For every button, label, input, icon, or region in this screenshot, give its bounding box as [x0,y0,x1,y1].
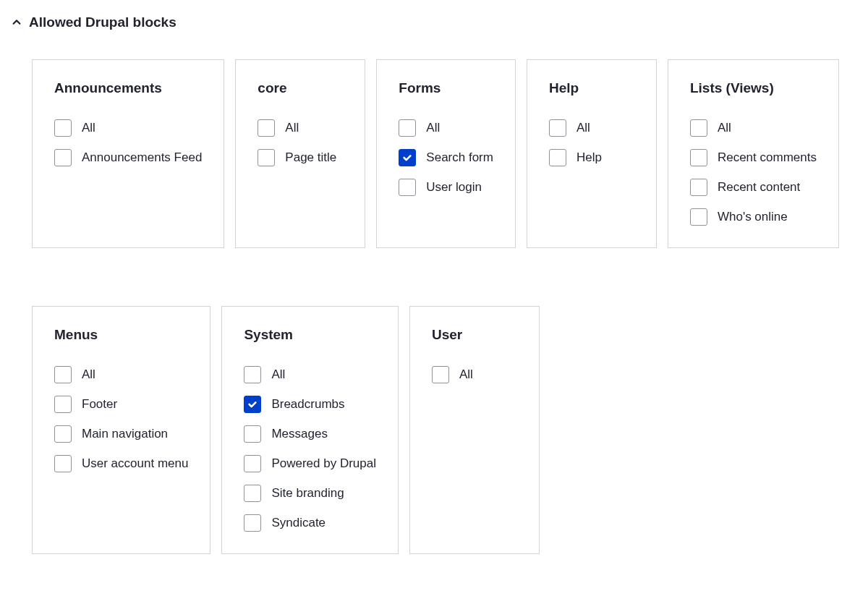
card-title: core [258,80,343,96]
checkbox [54,149,72,166]
checkbox-label: Footer [82,397,117,412]
section-title: Allowed Drupal blocks [29,14,176,30]
checkbox [399,149,416,166]
card-announcements: Announcements All Announcements Feed [32,59,224,248]
checkbox-label: Search form [426,150,493,165]
checkbox-item[interactable]: User account menu [54,455,188,472]
row-break [32,259,856,295]
checkbox-label: Recent comments [718,150,817,165]
checkbox [549,149,566,166]
checkbox-label: Recent content [718,180,800,195]
checkbox-list: All Search form User login [399,119,493,196]
card-forms: Forms All Search form User login [376,59,516,248]
checkbox-item[interactable]: Help [549,149,634,166]
checkbox-item[interactable]: Announcements Feed [54,149,202,166]
checkbox-label: Messages [271,427,327,441]
checkbox-item[interactable]: Syndicate [244,514,376,532]
checkbox-item[interactable]: All [54,366,188,383]
checkbox [244,514,261,532]
checkbox-label: Main navigation [82,427,168,441]
checkbox-label: All [82,367,95,382]
checkbox-label: All [271,367,285,382]
checkbox-label: Powered by Drupal [271,456,376,471]
checkbox-item[interactable]: Breadcrumbs [244,396,376,413]
checkbox-item[interactable]: User login [399,179,493,196]
checkbox [54,366,72,383]
checkbox-label: Who's online [718,210,788,224]
checkbox [549,119,566,137]
card-title: Forms [399,80,493,96]
checkbox [399,119,416,137]
card-help: Help All Help [527,59,657,248]
checkbox-item[interactable]: Site branding [244,485,376,502]
checkbox-item[interactable]: All [244,366,376,383]
checkbox-item[interactable]: Main navigation [54,425,188,443]
card-title: System [244,327,376,343]
checkbox-label: Announcements Feed [82,150,202,165]
checkbox [690,119,707,137]
checkbox-list: All Announcements Feed [54,119,202,166]
checkbox [244,396,261,413]
checkbox [244,425,261,443]
checkbox-label: All [718,121,731,135]
checkbox-label: Page title [285,150,336,165]
section-header[interactable]: Allowed Drupal blocks [12,14,856,30]
checkbox [54,119,72,137]
checkbox-label: Help [576,150,602,165]
checkbox-list: All Footer Main navigation User account … [54,366,188,472]
checkbox-label: All [576,121,590,135]
checkbox-list: All Breadcrumbs Messages Powered by Drup… [244,366,376,532]
checkbox-item[interactable]: Who's online [690,208,817,226]
cards-container: Announcements All Announcements Feed cor… [12,59,856,554]
checkbox-label: Site branding [271,486,344,501]
checkbox-list: All Recent comments Recent content Who's… [690,119,817,226]
card-menus: Menus All Footer Main navigation [32,306,210,554]
card-title: Help [549,80,634,96]
checkbox-item[interactable]: All [690,119,817,137]
checkbox-item[interactable]: All [549,119,634,137]
checkbox [690,149,707,166]
chevron-up-icon [12,17,22,27]
checkbox-item[interactable]: All [399,119,493,137]
checkbox-label: User account menu [82,456,188,471]
checkbox [244,455,261,472]
checkbox [690,208,707,226]
checkbox-item[interactable]: All [258,119,343,137]
checkbox [258,119,275,137]
checkbox [258,149,275,166]
checkbox-label: Breadcrumbs [271,397,344,412]
checkbox-label: Syndicate [271,516,326,530]
checkbox-item[interactable]: All [432,366,517,383]
checkbox-label: User login [426,180,482,195]
card-core: core All Page title [235,59,365,248]
checkbox [244,485,261,502]
card-lists-views: Lists (Views) All Recent comments Recent… [668,59,839,248]
checkbox [54,396,72,413]
checkbox-list: All Page title [258,119,343,166]
checkbox-item[interactable]: Recent content [690,179,817,196]
checkbox-label: All [426,121,440,135]
checkbox [244,366,261,383]
checkbox-item[interactable]: Search form [399,149,493,166]
checkbox-item[interactable]: Recent comments [690,149,817,166]
checkbox-item[interactable]: Footer [54,396,188,413]
checkbox [432,366,449,383]
card-title: Announcements [54,80,202,96]
card-title: Lists (Views) [690,80,817,96]
checkbox-label: All [82,121,95,135]
card-title: Menus [54,327,188,343]
checkbox [690,179,707,196]
checkbox [54,455,72,472]
checkbox-item[interactable]: Page title [258,149,343,166]
checkbox [54,425,72,443]
checkbox-label: All [459,367,473,382]
checkbox-label: All [285,121,299,135]
checkbox [399,179,416,196]
checkbox-item[interactable]: Powered by Drupal [244,455,376,472]
checkbox-list: All [432,366,517,383]
card-title: User [432,327,517,343]
card-system: System All Breadcrumbs Messages [221,306,399,554]
checkbox-item[interactable]: All [54,119,202,137]
checkbox-item[interactable]: Messages [244,425,376,443]
card-user: User All [409,306,540,554]
